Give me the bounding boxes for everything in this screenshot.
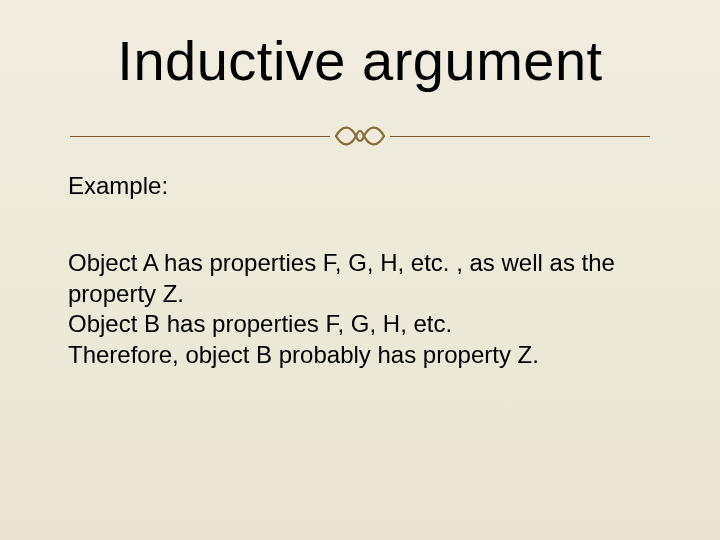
divider-line-left — [70, 136, 330, 137]
slide-title: Inductive argument — [0, 28, 720, 93]
body-line-3: Therefore, object B probably has propert… — [68, 340, 652, 371]
body-text: Object A has properties F, G, H, etc. , … — [68, 248, 652, 371]
body-line-1: Object A has properties F, G, H, etc. , … — [68, 248, 652, 309]
slide: Inductive argument Example: Object A has… — [0, 0, 720, 540]
example-label: Example: — [68, 172, 168, 200]
flourish-icon — [330, 118, 390, 154]
body-line-2: Object B has properties F, G, H, etc. — [68, 309, 652, 340]
divider-line-right — [390, 136, 650, 137]
title-divider — [70, 118, 650, 154]
